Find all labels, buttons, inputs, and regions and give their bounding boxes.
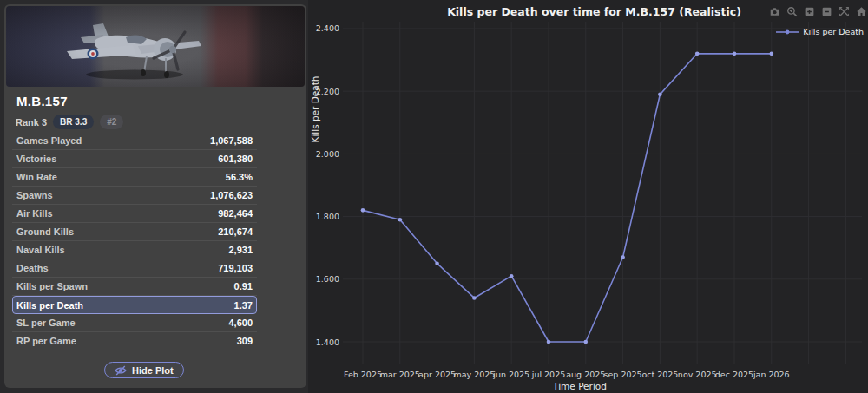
stat-value: 1,076,623 bbox=[210, 190, 253, 200]
stat-label: SL per Game bbox=[16, 318, 76, 328]
hide-plot-button[interactable]: Hide Plot bbox=[104, 362, 184, 378]
stat-row[interactable]: Kills per Spawn 0.91 bbox=[12, 278, 257, 296]
autoscale-icon[interactable] bbox=[838, 4, 850, 16]
stat-label: Naval Kills bbox=[16, 245, 65, 255]
stat-label: Kills per Spawn bbox=[16, 281, 88, 291]
data-point bbox=[621, 255, 625, 259]
x-tick-label: may 2025 bbox=[453, 370, 495, 379]
x-axis-title: Time Period bbox=[343, 381, 817, 391]
legend-item-kills-per-death[interactable]: Kills per Death bbox=[776, 27, 864, 36]
stat-label: Air Kills bbox=[16, 208, 53, 219]
legend-label: Kills per Death bbox=[803, 27, 864, 36]
stat-row[interactable]: SL per Game 4,600 bbox=[12, 314, 257, 332]
vehicle-card: M.B.157 Rank 3 BR 3.3 #2 Games Played 1,… bbox=[4, 4, 306, 388]
zoom-in-icon[interactable] bbox=[804, 4, 815, 16]
y-tick-label: 1.800 bbox=[316, 212, 339, 221]
stat-label: Spawns bbox=[16, 190, 53, 200]
data-point bbox=[770, 52, 774, 56]
data-point bbox=[547, 340, 551, 344]
data-point bbox=[361, 208, 365, 213]
x-tick-label: oct 2025 bbox=[641, 370, 678, 379]
vehicle-image bbox=[6, 6, 305, 87]
vehicle-title: M.B.157 bbox=[16, 94, 306, 109]
stat-value: 309 bbox=[237, 336, 253, 346]
stat-row[interactable]: Win Rate 56.3% bbox=[12, 168, 257, 187]
stat-value: 4,600 bbox=[228, 318, 253, 328]
stat-row[interactable]: Air Kills 982,464 bbox=[12, 205, 257, 223]
stat-label: Games Played bbox=[16, 135, 82, 146]
stat-row[interactable]: Kills per Death 1.37 bbox=[12, 296, 257, 314]
stat-label: Deaths bbox=[16, 263, 49, 273]
stat-value: 56.3% bbox=[226, 172, 253, 182]
stat-label: Victories bbox=[16, 154, 56, 164]
eye-slash-icon bbox=[115, 365, 127, 376]
stat-label: Kills per Death bbox=[16, 300, 83, 311]
stat-row[interactable]: Victories 601,380 bbox=[12, 150, 257, 168]
y-axis-title: Kills per Death bbox=[310, 23, 320, 196]
image-vignette bbox=[6, 6, 305, 87]
stat-value: 982,464 bbox=[218, 208, 253, 219]
x-tick-label: jun 2025 bbox=[492, 370, 529, 379]
data-point bbox=[435, 261, 439, 265]
x-tick-label: nov 2025 bbox=[678, 370, 717, 379]
kd-chart-panel: Kills per Death over time for M.B.157 (R… bbox=[308, 0, 868, 393]
stat-value: 719,103 bbox=[218, 263, 253, 273]
x-tick-label: aug 2025 bbox=[566, 370, 605, 379]
badges-row: Rank 3 BR 3.3 #2 bbox=[16, 115, 306, 129]
x-tick-label: dec 2025 bbox=[715, 370, 753, 379]
stat-value: 210,674 bbox=[218, 226, 253, 237]
x-tick-label: mar 2025 bbox=[380, 370, 420, 379]
data-point bbox=[510, 274, 514, 278]
zoom-icon[interactable] bbox=[786, 4, 798, 16]
stat-row[interactable]: Ground Kills 210,674 bbox=[12, 223, 257, 241]
x-tick-label: Feb 2025 bbox=[344, 370, 382, 379]
y-tick-label: 1.600 bbox=[316, 274, 339, 284]
vehicle-panel-region: M.B.157 Rank 3 BR 3.3 #2 Games Played 1,… bbox=[0, 0, 308, 393]
kills-per-death-line bbox=[363, 54, 772, 342]
x-tick-label: jul 2025 bbox=[531, 370, 566, 379]
stat-value: 601,380 bbox=[218, 154, 253, 164]
stat-row[interactable]: Naval Kills 2,931 bbox=[12, 241, 257, 259]
stat-row[interactable]: Games Played 1,067,588 bbox=[12, 132, 257, 150]
stat-value: 0.91 bbox=[234, 281, 253, 291]
camera-icon[interactable] bbox=[769, 4, 780, 16]
position-badge: #2 bbox=[100, 115, 123, 129]
stat-label: RP per Game bbox=[16, 336, 76, 346]
rank-label: Rank 3 bbox=[16, 117, 47, 128]
stat-value: 2,931 bbox=[228, 245, 253, 255]
stat-row[interactable]: RP per Game 309 bbox=[12, 332, 257, 350]
stats-list: Games Played 1,067,588 Victories 601,380… bbox=[12, 132, 257, 350]
plot-modebar bbox=[769, 4, 867, 16]
reset-axes-home-icon[interactable] bbox=[856, 4, 867, 16]
x-tick-label: apr 2025 bbox=[418, 370, 456, 379]
data-point bbox=[398, 218, 403, 222]
stat-row[interactable]: Deaths 719,103 bbox=[12, 259, 257, 278]
stat-label: Ground Kills bbox=[16, 226, 74, 237]
app-window: M.B.157 Rank 3 BR 3.3 #2 Games Played 1,… bbox=[0, 0, 868, 393]
br-badge: BR 3.3 bbox=[53, 115, 94, 129]
legend-line-marker bbox=[776, 28, 799, 36]
hide-plot-label: Hide Plot bbox=[132, 365, 174, 376]
stat-label: Win Rate bbox=[16, 172, 57, 182]
x-tick-label: sep 2025 bbox=[604, 370, 642, 379]
data-point bbox=[472, 296, 477, 300]
stat-value: 1.37 bbox=[234, 300, 253, 311]
stat-value: 1,067,588 bbox=[210, 135, 253, 146]
data-point bbox=[733, 52, 737, 56]
plot-area[interactable]: 2.4002.2002.0001.8001.6001.400Feb 2025ma… bbox=[308, 0, 868, 393]
data-point bbox=[584, 340, 589, 344]
y-tick-label: 1.400 bbox=[316, 337, 339, 347]
stat-row[interactable]: Spawns 1,076,623 bbox=[12, 187, 257, 205]
data-point bbox=[695, 52, 700, 56]
x-tick-label: jan 2026 bbox=[753, 370, 790, 379]
zoom-out-icon[interactable] bbox=[821, 4, 832, 16]
data-point bbox=[658, 92, 662, 96]
